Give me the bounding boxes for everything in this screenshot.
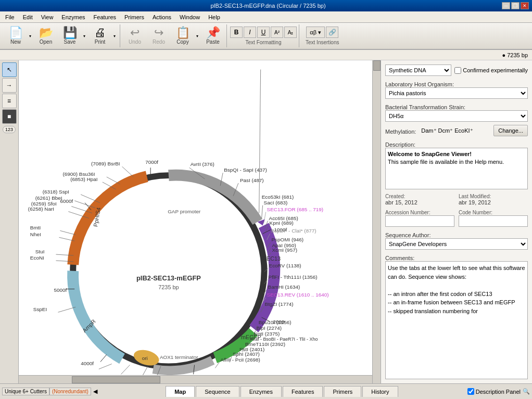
menu-bar: File Edit View Enzymes Features Primers … <box>0 11 532 23</box>
enzyme-info: Unique 6+ Cutters <box>2 388 49 395</box>
paste-button[interactable]: 📌 Paste <box>201 24 224 47</box>
svg-line-89 <box>60 230 75 235</box>
tab-map[interactable]: Map <box>166 386 195 397</box>
svg-text:(6258) NarI: (6258) NarI <box>28 206 54 212</box>
scroll-thumb-h[interactable] <box>72 376 160 383</box>
vertical-scrollbar[interactable] <box>372 60 381 383</box>
svg-text:(7089) BsrBI: (7089) BsrBI <box>91 161 120 166</box>
svg-line-73 <box>215 363 219 368</box>
close-button[interactable]: ✕ <box>521 2 529 9</box>
symbols-button[interactable]: αβ ▾ <box>306 27 325 38</box>
save-tool[interactable]: 💾 Save ▾ <box>58 24 87 47</box>
new-tool[interactable]: 📄 New ▾ <box>4 24 33 47</box>
arrow-tool-button[interactable]: → <box>2 78 17 93</box>
print-icon: 🖨 <box>94 27 106 38</box>
description-label: Description: <box>385 141 528 148</box>
subscript-button[interactable]: A₂ <box>284 27 297 38</box>
copy-button[interactable]: 📋 Copy <box>171 24 194 47</box>
confirmed-checkbox[interactable] <box>454 67 461 74</box>
code-input[interactable] <box>459 215 528 227</box>
window-controls[interactable]: ─ ❐ ✕ <box>502 2 529 9</box>
tab-enzymes[interactable]: Enzymes <box>240 386 282 397</box>
svg-text:AOX1 terminator: AOX1 terminator <box>160 354 198 360</box>
menu-window[interactable]: Window <box>175 11 204 23</box>
search-icon[interactable]: 🔍 <box>523 388 530 395</box>
svg-text:XcmI (957): XcmI (957) <box>272 247 297 253</box>
menu-view[interactable]: View <box>37 11 58 23</box>
open-label: Open <box>40 39 52 45</box>
link-button[interactable]: 🔗 <box>326 27 338 38</box>
description-box: Welcome to SnapGene Viewer! This sample … <box>385 148 528 189</box>
undo-button[interactable]: ↩ Undo <box>123 24 146 47</box>
scroll-thumb-v[interactable] <box>373 60 381 71</box>
plasmid-svg: ori AmpR PpHIS4 GAP promoter SEC13 mEGFP… <box>19 60 381 383</box>
copy-dropdown-arrow[interactable]: ▾ <box>194 24 200 47</box>
svg-text:PasI (487): PasI (487) <box>240 177 264 183</box>
redo-icon: ↪ <box>154 27 163 38</box>
menu-primers[interactable]: Primers <box>120 11 148 23</box>
new-button[interactable]: 📄 New <box>4 24 27 47</box>
methylation-change-button[interactable]: Change... <box>493 125 528 136</box>
bp-count: ● 7235 bp <box>502 52 528 58</box>
restore-button[interactable]: ❐ <box>511 2 520 9</box>
svg-text:AvrII (376): AvrII (376) <box>191 161 214 167</box>
tab-sequence[interactable]: Sequence <box>196 386 239 397</box>
tab-history[interactable]: History <box>362 386 398 397</box>
created-col: Created: abr 15, 2012 <box>385 194 454 205</box>
save-button[interactable]: 💾 Save <box>58 24 81 47</box>
redo-button[interactable]: ↪ Redo <box>147 24 170 47</box>
italic-button[interactable]: I <box>244 27 256 38</box>
lab-host-label: Laboratory Host Organism: <box>385 81 528 87</box>
underline-button[interactable]: U <box>257 27 270 38</box>
svg-line-35 <box>264 212 266 224</box>
expand-icon[interactable]: ◀ <box>93 388 97 395</box>
horizontal-scrollbar[interactable] <box>19 375 372 383</box>
bold-button[interactable]: B <box>230 27 243 38</box>
open-button[interactable]: 📂 Open <box>34 24 57 47</box>
svg-text:4000f: 4000f <box>81 361 94 366</box>
select-tool-button[interactable]: ↖ <box>2 62 17 77</box>
menu-edit[interactable]: Edit <box>19 11 37 23</box>
dna-type-select[interactable]: Synthetic DNA Genomic DNA Other <box>385 65 451 76</box>
svg-text:PflFI - Tth111I (1356): PflFI - Tth111I (1356) <box>269 274 318 280</box>
seq-author-section: Sequence Author: SnapGene Developers Oth… <box>385 230 528 250</box>
right-panel: Synthetic DNA Genomic DNA Other Confirme… <box>381 60 532 383</box>
svg-text:BspDI* - ClaI* (877): BspDI* - ClaI* (877) <box>271 228 316 234</box>
print-button[interactable]: 🖨 Print <box>88 24 111 47</box>
features-tool-button[interactable]: ≡ <box>2 94 17 108</box>
plasmid-map-area[interactable]: ori AmpR PpHIS4 GAP promoter SEC13 mEGFP… <box>19 60 381 383</box>
menu-features[interactable]: Features <box>90 11 120 23</box>
accession-label: Accession Number: <box>385 210 454 215</box>
description-panel-toggle[interactable]: Description Panel <box>467 388 521 395</box>
superscript-button[interactable]: A² <box>271 27 283 38</box>
menu-help[interactable]: Help <box>204 11 224 23</box>
comments-label: Comments: <box>385 255 528 261</box>
new-label: New <box>10 39 21 45</box>
print-dropdown-arrow[interactable]: ▾ <box>111 24 118 47</box>
minimize-button[interactable]: ─ <box>502 2 510 9</box>
print-tool[interactable]: 🖨 Print ▾ <box>88 24 118 47</box>
menu-file[interactable]: File <box>1 11 19 23</box>
accession-input[interactable] <box>385 215 454 227</box>
tab-primers[interactable]: Primers <box>324 386 361 397</box>
copy-label: Copy <box>176 39 188 45</box>
color-tool-button[interactable]: ■ <box>2 109 17 124</box>
svg-text:(6853) HpaI: (6853) HpaI <box>70 176 97 182</box>
lab-host-select[interactable]: Pichia pastoris E. coli S. cerevisiae <box>385 87 528 99</box>
svg-text:SEC13: SEC13 <box>263 255 281 262</box>
tab-features[interactable]: Features <box>283 386 323 397</box>
copy-tool[interactable]: 📋 Copy ▾ <box>171 24 200 47</box>
new-dropdown-arrow[interactable]: ▾ <box>27 24 33 47</box>
bacterial-strain-select[interactable]: DH5α DH10B Top10 <box>385 110 528 122</box>
svg-line-103 <box>143 366 148 376</box>
description-panel-checkbox[interactable] <box>467 388 474 395</box>
svg-text:(6318) SspI: (6318) SspI <box>43 189 69 195</box>
seq-author-select[interactable]: SnapGene Developers Other <box>385 238 528 250</box>
svg-text:7000f: 7000f <box>145 159 158 165</box>
open-icon: 📂 <box>39 27 53 38</box>
menu-enzymes[interactable]: Enzymes <box>57 11 89 23</box>
methylation-label: Methylation: <box>385 128 416 135</box>
menu-actions[interactable]: Actions <box>148 11 175 23</box>
save-dropdown-arrow[interactable]: ▾ <box>81 24 87 47</box>
edit-tools-group: ↩ Undo ↪ Redo 📋 Copy ▾ 📌 Paste <box>121 24 227 47</box>
